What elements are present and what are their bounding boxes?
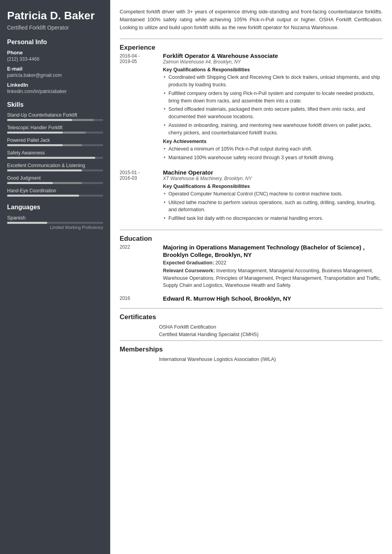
skill-bar-background (7, 132, 103, 134)
main-content: Competent forklift driver with 3+ years … (110, 0, 392, 554)
skill-bar-fill (7, 157, 95, 159)
degree-title: Majoring in Operations Management Techno… (163, 244, 383, 259)
summary-text: Competent forklift driver with 3+ years … (120, 8, 383, 32)
coursework-info: Relevant Coursework: Inventory Managemen… (163, 267, 383, 289)
email-label: E-mail (7, 66, 103, 72)
skill-bar-fill (7, 119, 72, 121)
skill-name: Powered Pallet Jack (7, 138, 103, 143)
job-title: Machine Operator (163, 169, 383, 176)
education-content: Edward R. Murrow High School, Brooklyn, … (163, 295, 383, 303)
job-title: Forklift Operator & Warehouse Associate (163, 52, 383, 59)
linkedin-label: LinkedIn (7, 82, 103, 88)
skill-bar-fill (7, 195, 79, 197)
qualifications-list: Coordinated with Shipping Clerk and Rece… (163, 74, 383, 136)
graduation-info: Expected Graduation: 2022 (163, 260, 383, 266)
email-value: patricia.baker@gmail.com (7, 73, 103, 78)
skill-bar-background (7, 144, 103, 146)
language-level: Limited Working Proficiency (7, 225, 103, 230)
phone-label: Phone (7, 50, 103, 56)
skills-heading: Skills (7, 101, 103, 108)
certificate-item: OSHA Forklift Certification (159, 324, 383, 330)
skill-item: Excellent Communication & Listening (7, 163, 103, 171)
skill-name: Safety Awareness (7, 150, 103, 156)
experience-dates: 2015-01 -2016-03 (120, 169, 163, 223)
language-name: Spanish (7, 215, 103, 221)
sidebar: Patricia D. Baker Certified Forklift Ope… (0, 0, 110, 554)
phone-value: (212) 333-4466 (7, 56, 103, 62)
qualification-item: Fulfilled company orders by using Pick-n… (163, 90, 383, 105)
languages-list: SpanishLimited Working Proficiency (7, 215, 103, 230)
qualification-item: Sorted offloaded materials, packaged the… (163, 106, 383, 121)
education-heading: Education (120, 235, 383, 243)
qualification-item: Utilized lathe machine to perform variou… (163, 199, 383, 214)
memberships-divider (120, 340, 383, 341)
certificate-item: Certified Material Handling Specialist (… (159, 332, 383, 337)
company-name: Zalmon Warehouse #4, Brooklyn, NY (163, 59, 383, 65)
experience-content: Machine OperatorXT Warehouse & Machinery… (163, 169, 383, 223)
achievement-item: Achieved a minimum of 105% Pick-n-Pull o… (163, 145, 383, 153)
achievements-list: Achieved a minimum of 105% Pick-n-Pull o… (163, 145, 383, 162)
candidate-name: Patricia D. Baker (7, 9, 103, 22)
qualifications-list: Operated Computer Numerical Control (CNC… (163, 190, 383, 222)
skill-bar-fill (7, 169, 82, 171)
memberships-list: International Warehouse Logistics Associ… (120, 357, 383, 362)
company-name: XT Warehouse & Machinery, Brooklyn, NY (163, 176, 383, 181)
experience-dates: 2016-04 -2019-05 (120, 52, 163, 163)
skill-bar-background (7, 195, 103, 197)
skill-bar-fill (7, 132, 63, 134)
skill-bar-extra (53, 182, 82, 184)
language-bar-background (7, 222, 103, 224)
languages-heading: Languages (7, 204, 103, 211)
skill-bar-background (7, 169, 103, 171)
qualification-item: Coordinated with Shipping Clerk and Rece… (163, 74, 383, 89)
experience-item: 2016-04 -2019-05Forklift Operator & Ware… (120, 52, 383, 163)
skill-item: Good Judgment (7, 175, 103, 184)
qualification-item: Assisted in onboarding, training, and me… (163, 122, 383, 137)
certificates-heading: Certificates (120, 313, 383, 321)
skill-name: Excellent Communication & Listening (7, 163, 103, 168)
skill-bar-fill (7, 182, 53, 184)
skills-list: Stand-Up Counterbalance ForkliftTelescop… (7, 112, 103, 197)
qualification-item: Fulfilled task list daily with no discre… (163, 215, 383, 222)
skill-item: Safety Awareness (7, 150, 103, 159)
skill-item: Hand-Eye Coordination (7, 188, 103, 197)
skill-item: Telescopic Handler Forklift (7, 125, 103, 134)
skill-bar-extra (63, 132, 86, 134)
skill-bar-background (7, 157, 103, 159)
skill-bar-extra (72, 119, 94, 121)
skill-name: Telescopic Handler Forklift (7, 125, 103, 130)
membership-item: International Warehouse Logistics Associ… (159, 357, 383, 362)
qualifications-label: Key Qualifications & Responsibilities (163, 184, 383, 189)
education-year: 2016 (120, 295, 163, 303)
skill-bar-extra (63, 144, 82, 146)
experience-content: Forklift Operator & Warehouse AssociateZ… (163, 52, 383, 163)
education-year: 2022 (120, 244, 163, 289)
certificates-list: OSHA Forklift CertificationCertified Mat… (120, 324, 383, 337)
language-item: SpanishLimited Working Proficiency (7, 215, 103, 230)
language-bar-fill (7, 222, 47, 224)
education-divider (120, 230, 383, 230)
skill-item: Powered Pallet Jack (7, 138, 103, 146)
education-item: 2016Edward R. Murrow High School, Brookl… (120, 295, 383, 303)
degree-title: Edward R. Murrow High School, Brooklyn, … (163, 295, 383, 303)
skill-item: Stand-Up Counterbalance Forklift (7, 112, 103, 121)
education-content: Majoring in Operations Management Techno… (163, 244, 383, 289)
skill-bar-background (7, 182, 103, 184)
experience-item: 2015-01 -2016-03Machine OperatorXT Wareh… (120, 169, 383, 223)
memberships-heading: Memberships (120, 346, 383, 353)
skill-name: Hand-Eye Coordination (7, 188, 103, 193)
experience-heading: Experience (120, 44, 383, 52)
candidate-title: Certified Forklift Operator (7, 24, 103, 31)
achievement-item: Maintained 100% warehouse safety record … (163, 154, 383, 162)
achievements-label: Key Achievements (163, 139, 383, 144)
experience-list: 2016-04 -2019-05Forklift Operator & Ware… (120, 52, 383, 223)
education-item: 2022Majoring in Operations Management Te… (120, 244, 383, 289)
education-list: 2022Majoring in Operations Management Te… (120, 244, 383, 303)
skill-name: Stand-Up Counterbalance Forklift (7, 112, 103, 118)
skill-bar-background (7, 119, 103, 121)
skill-bar-fill (7, 144, 63, 146)
certificates-divider (120, 308, 383, 309)
qualification-item: Operated Computer Numerical Control (CNC… (163, 190, 383, 198)
experience-divider (120, 39, 383, 39)
linkedin-value: linkedin.com/in/patriciabaker (7, 89, 103, 94)
